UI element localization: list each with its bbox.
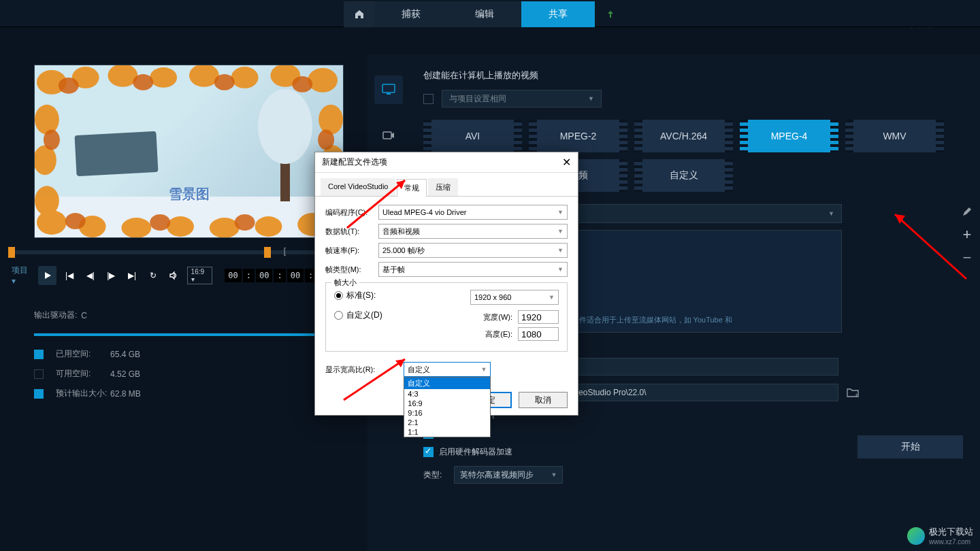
browse-folder-button[interactable]: + [844, 384, 862, 401]
hw-decode-label: 启用硬件解码器加速 [439, 446, 512, 458]
frametype-select[interactable]: 基于帧▼ [378, 262, 568, 277]
camcorder-icon [381, 128, 396, 143]
custom-size-label: 自定义(D) [346, 310, 382, 321]
used-value: 65.4 GB [110, 350, 140, 359]
aspect-select[interactable]: 自定义▼ [404, 362, 491, 377]
free-swatch [34, 369, 44, 379]
remove-profile-button[interactable]: − [960, 250, 975, 265]
format-custom[interactable]: 自定义 [634, 159, 733, 192]
format-mpeg2[interactable]: MPEG-2 [529, 120, 627, 152]
edit-profile-button[interactable] [960, 204, 975, 219]
dialog-tab-compress[interactable]: 压缩 [428, 178, 458, 196]
svg-marker-33 [45, 272, 51, 279]
encoder-label: 编码程序(C): [325, 207, 378, 218]
same-as-project-checkbox[interactable] [423, 94, 434, 104]
timeline: [ ] 项目 ▾ |◀ ◀| |▶ ▶| ↻ 16:9 ▾ 00:00:00:0… [8, 250, 359, 286]
next-frame-button[interactable]: |▶ [103, 267, 119, 284]
dialog-tab-corel[interactable]: Corel VideoStudio [321, 178, 395, 196]
preview-signboard [75, 131, 159, 176]
tab-capture[interactable]: 捕获 [374, 1, 448, 27]
add-profile-button[interactable]: + [960, 227, 975, 242]
format-wmv[interactable]: WMV [845, 120, 944, 152]
go-end-button[interactable]: ▶| [125, 267, 140, 284]
home-icon [354, 9, 365, 20]
dialog-tabs: Corel VideoStudio 常规 压缩 [315, 173, 578, 197]
standard-size-radio[interactable] [334, 291, 343, 300]
height-input[interactable] [518, 327, 559, 341]
aspect-option[interactable]: 4:3 [404, 389, 490, 399]
fps-select[interactable]: 25.000 帧/秒▼ [378, 243, 568, 258]
output-device-tab[interactable] [374, 121, 403, 150]
volume-button[interactable] [166, 267, 182, 284]
tab-upload[interactable] [595, 1, 625, 27]
preview-caption: 雪景图 [169, 185, 210, 203]
dialog-title: 新建配置文件选项 [322, 156, 387, 168]
custom-size-radio[interactable] [334, 311, 343, 320]
dialog-close-button[interactable]: ✕ [562, 156, 571, 169]
play-button[interactable] [38, 266, 56, 285]
svg-point-17 [121, 218, 151, 238]
new-profile-dialog: 新建配置文件选项 ✕ Corel VideoStudio 常规 压缩 编码程序(… [314, 152, 578, 416]
watermark: 极光下载站 www.xz7.com [907, 526, 973, 546]
pencil-icon [962, 206, 973, 217]
fps-label: 帧速率(F): [325, 246, 378, 256]
monitor-icon [381, 82, 396, 97]
svg-point-26 [44, 130, 60, 150]
disk-usage-bar [34, 333, 333, 336]
mark-in-icon[interactable]: [ [284, 246, 286, 256]
aspect-option[interactable]: 自定义 [404, 378, 490, 389]
watermark-url: www.xz7.com [929, 538, 973, 546]
prev-frame-button[interactable]: ◀| [82, 267, 98, 284]
aspect-option[interactable]: 9:16 [404, 408, 490, 418]
svg-point-23 [133, 74, 153, 90]
output-drive-value: C [81, 311, 87, 320]
output-drive-label: 输出驱动器: [34, 310, 77, 321]
tab-edit[interactable]: 编辑 [448, 1, 521, 27]
folder-icon: + [847, 387, 859, 398]
project-mode-label[interactable]: 项目 ▾ [12, 265, 33, 286]
aspect-label: 显示宽高比(R): [325, 365, 375, 375]
encoder-select[interactable]: Ulead MPEG-4 vio Driver▼ [378, 205, 568, 220]
trim-end-handle[interactable] [264, 247, 271, 258]
svg-point-28 [65, 213, 86, 229]
svg-point-18 [167, 216, 194, 237]
hw-decode-checkbox[interactable] [423, 447, 434, 457]
tab-home[interactable] [344, 1, 374, 27]
svg-point-9 [35, 105, 59, 135]
tab-share[interactable]: 共享 [521, 1, 595, 27]
aspect-option[interactable]: 2:1 [404, 418, 490, 427]
standard-size-select[interactable]: 1920 x 960▼ [470, 290, 559, 305]
watermark-name: 极光下载站 [929, 526, 973, 538]
aspect-option[interactable]: 16:9 [404, 399, 490, 408]
track-select[interactable]: 音频和视频▼ [378, 224, 568, 239]
svg-point-29 [150, 214, 170, 231]
left-panel: 雪景图 [ ] 项目 ▾ |◀ ◀| |▶ ▶| ↻ 16:9 ▾ 0 [0, 54, 368, 551]
type-select[interactable]: 英特尔高速视频同步▼ [454, 466, 563, 484]
format-avc[interactable]: AVC/H.264 [634, 120, 733, 152]
format-mpeg4[interactable]: MPEG-4 [740, 120, 838, 152]
output-computer-tab[interactable] [374, 76, 403, 104]
same-as-project-dropdown[interactable]: 与项目设置相同▼ [442, 90, 602, 107]
dialog-cancel-button[interactable]: 取消 [519, 392, 568, 408]
svg-point-22 [59, 78, 79, 94]
width-input[interactable] [518, 310, 559, 324]
go-start-button[interactable]: |◀ [62, 267, 78, 284]
aspect-option[interactable]: 1:1 [404, 427, 490, 437]
trim-start-handle[interactable] [8, 247, 15, 258]
svg-point-15 [37, 210, 67, 235]
type-label: 类型: [423, 469, 442, 481]
aspect-badge[interactable]: 16:9 ▾ [187, 267, 213, 284]
seek-bar[interactable]: [ ] [8, 250, 359, 254]
start-button[interactable]: 开始 [858, 435, 963, 458]
svg-point-12 [318, 105, 343, 135]
upload-icon [606, 10, 615, 19]
standard-size-label: 标准(S): [346, 290, 376, 301]
svg-point-27 [318, 130, 334, 150]
free-value: 4.52 GB [110, 369, 140, 379]
format-avi[interactable]: AVI [423, 120, 522, 152]
height-label: 高度(E): [485, 329, 512, 339]
loop-button[interactable]: ↻ [145, 267, 161, 284]
used-swatch [34, 350, 44, 359]
dialog-tab-general[interactable]: 常规 [397, 179, 427, 197]
framesize-legend: 帧大小 [331, 278, 359, 288]
